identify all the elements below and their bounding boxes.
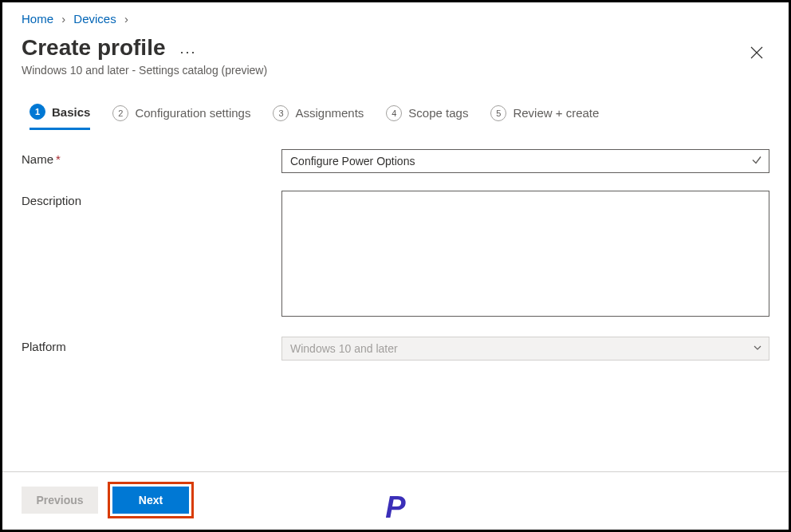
page-header: Create profile ··· Windows 10 and later … [2,32,789,83]
tab-assignments[interactable]: 3 Assignments [273,105,364,129]
step-number: 5 [490,105,506,121]
close-icon[interactable] [744,38,769,69]
tab-label: Basics [52,105,90,119]
name-input[interactable]: Configure Power Options [281,149,769,173]
tab-label: Review + create [513,106,599,120]
next-button[interactable]: Next [112,487,189,514]
tab-configuration-settings[interactable]: 2 Configuration settings [112,105,250,129]
description-label: Description [22,191,281,207]
step-number: 1 [30,104,45,120]
page-subtitle: Windows 10 and later - Settings catalog … [22,64,744,77]
name-label: Name* [22,149,281,166]
form-row-platform: Platform Windows 10 and later [22,337,769,361]
platform-label: Platform [22,337,281,353]
more-icon[interactable]: ··· [179,44,196,61]
chevron-right-icon: › [61,12,65,26]
platform-value: Windows 10 and later [290,342,398,355]
required-indicator: * [56,152,61,166]
breadcrumb-home[interactable]: Home [22,12,53,26]
platform-select[interactable]: Windows 10 and later [281,337,769,361]
footer-divider [2,471,789,472]
tab-label: Assignments [295,106,364,120]
tab-basics[interactable]: 1 Basics [30,104,90,130]
tab-label: Configuration settings [135,106,250,120]
next-button-highlight: Next [108,482,194,518]
check-icon [751,155,762,168]
form-row-name: Name* Configure Power Options [22,149,769,173]
footer-actions: Previous Next [22,482,769,518]
description-input[interactable] [281,191,769,317]
breadcrumb-devices[interactable]: Devices [73,12,116,26]
tab-scope-tags[interactable]: 4 Scope tags [386,105,468,129]
page-title: Create profile [22,35,166,61]
breadcrumb: Home › Devices › [2,2,789,32]
tab-label: Scope tags [408,106,468,120]
chevron-down-icon [753,342,762,355]
form-basics: Name* Configure Power Options Descriptio… [2,130,789,361]
wizard-tabs: 1 Basics 2 Configuration settings 3 Assi… [2,83,789,130]
step-number: 3 [273,105,289,121]
previous-button[interactable]: Previous [22,487,98,514]
step-number: 4 [386,105,402,121]
step-number: 2 [112,105,128,121]
tab-review-create[interactable]: 5 Review + create [490,105,599,129]
chevron-right-icon: › [124,12,128,26]
name-value: Configure Power Options [290,155,415,167]
form-row-description: Description [22,191,769,319]
